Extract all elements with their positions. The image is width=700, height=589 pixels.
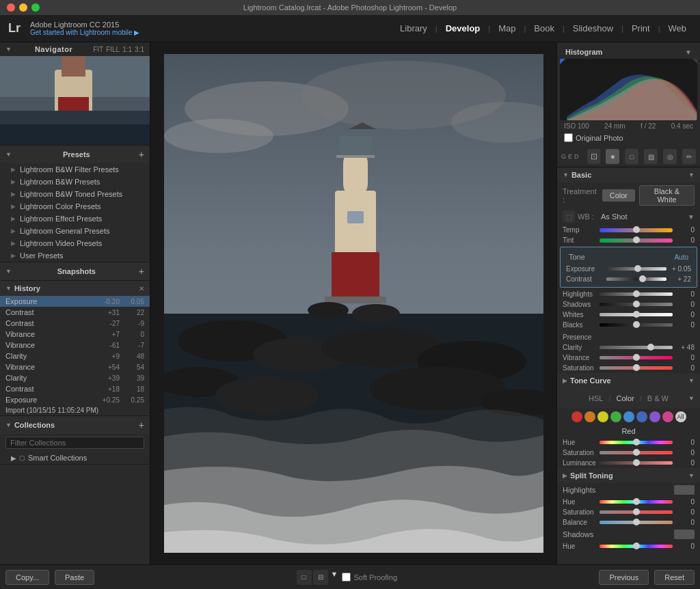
saturation-slider-thumb[interactable]	[633, 364, 640, 371]
blacks-slider-track[interactable]	[600, 323, 673, 327]
mobile-link[interactable]: Get started with Lightroom mobile ▶	[30, 29, 394, 36]
shadows-slider-thumb[interactable]	[633, 301, 640, 307]
color-dot-blue[interactable]	[636, 411, 647, 422]
highlights-slider-thumb[interactable]	[633, 290, 640, 297]
histogram-menu-icon[interactable]: ▼	[685, 49, 692, 56]
close-button[interactable]	[7, 3, 15, 12]
color-dot-orange[interactable]	[584, 411, 595, 422]
history-item-1[interactable]: Contrast +31 22	[0, 307, 150, 318]
tint-slider-thumb[interactable]	[633, 236, 640, 243]
compare-view-icon[interactable]: ⊟	[313, 570, 328, 585]
preset-item-color[interactable]: ▶ Lightroom Color Presets	[0, 200, 150, 213]
history-item-5[interactable]: Clarity +9 48	[0, 351, 150, 361]
split-hue-slider-thumb[interactable]	[633, 498, 640, 505]
hsl-sat-slider-track[interactable]	[600, 451, 673, 454]
snapshots-add-button[interactable]: +	[139, 266, 144, 277]
single-view-icon[interactable]: □	[297, 570, 312, 585]
basic-menu[interactable]: ▼	[688, 172, 695, 178]
collections-header[interactable]: ▼ Collections +	[0, 416, 150, 434]
vibrance-slider-track[interactable]	[600, 356, 673, 359]
history-item-10[interactable]: Import (10/15/15 11:05:24 PM)	[0, 405, 150, 415]
split-shadows-hue-slider-track[interactable]	[600, 545, 673, 548]
hsl-tab-hsl[interactable]: HSL	[589, 394, 603, 402]
nav-print[interactable]: Print	[626, 20, 656, 36]
history-header[interactable]: ▼ History ✕	[0, 281, 150, 296]
split-toning-header[interactable]: ▶ Split Toning ▼	[557, 468, 700, 483]
exposure-slider-thumb[interactable]	[634, 265, 641, 272]
photo-canvas[interactable]	[164, 54, 543, 553]
history-item-6[interactable]: Vibrance +54 54	[0, 361, 150, 372]
color-dot-all[interactable]: All	[675, 411, 686, 422]
preset-item-bwfilter[interactable]: ▶ Lightroom B&W Filter Presets	[0, 163, 150, 176]
split-shadows-hue-slider-thumb[interactable]	[633, 543, 640, 549]
nav-size-fit[interactable]: FIT	[93, 46, 103, 53]
wb-dropper-tool[interactable]: ⬚	[563, 210, 575, 223]
exposure-slider-track[interactable]	[606, 267, 667, 271]
tint-slider-track[interactable]	[600, 238, 673, 243]
split-hue-slider-track[interactable]	[600, 500, 673, 504]
preset-item-effect[interactable]: ▶ Lightroom Effect Presets	[0, 213, 150, 225]
redeye-tool[interactable]: □	[625, 149, 638, 164]
nav-size-3-1[interactable]: 3:1	[135, 46, 144, 53]
presets-add-button[interactable]: +	[139, 149, 144, 160]
history-item-7[interactable]: Clarity +39 39	[0, 372, 150, 383]
preset-item-bwtoned[interactable]: ▶ Lightroom B&W Toned Presets	[0, 188, 150, 200]
temp-slider-thumb[interactable]	[633, 226, 640, 233]
wb-dropdown-icon[interactable]: ▼	[688, 213, 695, 221]
hsl-lum-slider-track[interactable]	[600, 461, 673, 465]
color-dot-red[interactable]	[571, 411, 582, 422]
preset-item-user[interactable]: ▶ User Presets	[0, 249, 150, 262]
hsl-sat-slider-thumb[interactable]	[633, 449, 640, 456]
reset-button[interactable]: Reset	[654, 570, 695, 585]
color-dot-aqua[interactable]	[623, 411, 634, 422]
nav-size-fill[interactable]: FILL	[106, 46, 120, 53]
nav-size-1-1[interactable]: 1:1	[122, 46, 132, 53]
split-sat-slider-thumb[interactable]	[633, 508, 640, 515]
maximize-button[interactable]	[31, 3, 40, 12]
smart-collections-item[interactable]: ▶ ⬡ Smart Collections	[0, 452, 150, 464]
previous-button[interactable]: Previous	[599, 570, 649, 585]
split-toning-menu[interactable]: ▼	[688, 472, 695, 479]
tone-curve-menu[interactable]: ▼	[688, 377, 695, 384]
split-shadows-swatch[interactable]	[674, 530, 695, 539]
saturation-slider-track[interactable]	[600, 366, 673, 370]
contrast-slider-track[interactable]	[606, 277, 667, 281]
color-dot-yellow[interactable]	[597, 411, 608, 422]
collections-search-input[interactable]	[5, 437, 144, 449]
color-button[interactable]: Color	[602, 189, 635, 202]
crop-tool[interactable]: ⊡	[587, 149, 601, 164]
vibrance-slider-thumb[interactable]	[633, 354, 640, 361]
hsl-lum-slider-thumb[interactable]	[633, 459, 640, 466]
radial-filter-tool[interactable]: ◎	[663, 149, 677, 164]
split-balance-slider-track[interactable]	[600, 521, 673, 524]
view-dropdown-icon[interactable]: ▼	[331, 570, 338, 585]
softproof-checkbox[interactable]	[342, 573, 351, 581]
copy-button[interactable]: Copy...	[5, 570, 49, 585]
navigator-header[interactable]: ▼ Navigator FIT FILL 1:1 3:1	[0, 42, 150, 56]
nav-book[interactable]: Book	[528, 20, 560, 36]
history-item-8[interactable]: Contrast +18 18	[0, 383, 150, 394]
hsl-hue-slider-track[interactable]	[600, 441, 673, 444]
blacks-slider-thumb[interactable]	[633, 321, 640, 328]
nav-develop[interactable]: Develop	[440, 20, 486, 36]
history-clear-button[interactable]: ✕	[139, 285, 144, 292]
contrast-slider-thumb[interactable]	[639, 275, 646, 282]
spot-removal-tool[interactable]: ●	[606, 149, 619, 164]
history-item-3[interactable]: Vibrance +7 0	[0, 329, 150, 340]
nav-library[interactable]: Library	[394, 20, 433, 36]
whites-slider-track[interactable]	[600, 313, 673, 316]
history-item-4[interactable]: Vibrance -61 -7	[0, 340, 150, 351]
paste-button[interactable]: Paste	[55, 570, 94, 585]
split-balance-slider-thumb[interactable]	[633, 519, 640, 525]
original-photo-checkbox[interactable]	[564, 133, 573, 142]
nav-web[interactable]: Web	[663, 20, 692, 36]
history-item-9[interactable]: Exposure +0.25 0.25	[0, 394, 150, 405]
whites-slider-thumb[interactable]	[633, 311, 640, 318]
preset-item-bw[interactable]: ▶ Lightroom B&W Presets	[0, 176, 150, 188]
history-item-2[interactable]: Contrast -27 -9	[0, 318, 150, 329]
preset-item-general[interactable]: ▶ Lightroom General Presets	[0, 225, 150, 237]
clarity-slider-thumb[interactable]	[647, 344, 654, 351]
split-highlights-swatch[interactable]	[674, 485, 695, 495]
temp-slider-track[interactable]	[600, 228, 673, 232]
history-item-0[interactable]: Exposure -0.20 0.05	[0, 296, 150, 307]
